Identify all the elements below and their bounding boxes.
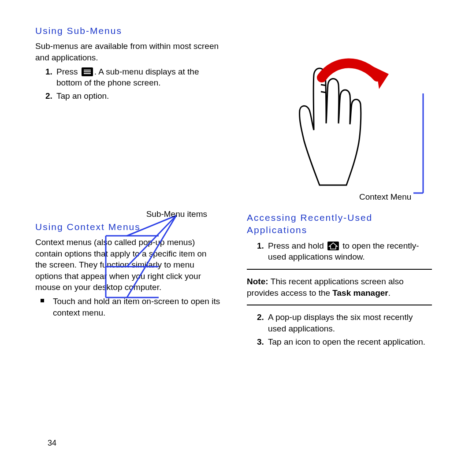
svg-line-1 — [127, 216, 176, 267]
note-tail: . — [388, 288, 390, 298]
recent-steps-b: A pop-up displays the six most recently … — [247, 312, 432, 347]
recent-step-2: A pop-up displays the six most recently … — [266, 312, 432, 334]
recent-step-1a: Press and hold — [268, 241, 326, 250]
note-label: Note: — [247, 277, 271, 286]
figure-context-svg — [247, 53, 432, 203]
submenu-steps: Press . A sub-menu displays at the botto… — [35, 66, 220, 102]
svg-line-4 — [321, 92, 326, 93]
svg-line-3 — [321, 85, 326, 86]
figure-context-label: Context Menu — [359, 192, 411, 202]
recent-steps-a: Press and hold to open the recently-used… — [247, 240, 432, 263]
recent-step-3: Tap an icon to open the recent applicati… — [266, 336, 432, 348]
page-number: 34 — [48, 439, 56, 448]
recent-step-1: Press and hold to open the recently-used… — [266, 240, 432, 263]
heading-using-sub-menus: Using Sub-Menus — [35, 25, 220, 37]
figure-submenu-label: Sub-Menu items — [146, 209, 207, 219]
manual-page: Using Sub-Menus Sub-menus are available … — [0, 0, 476, 476]
figure-submenu: Sub-Menu items — [75, 209, 207, 320]
task-manager-label: Task manager — [332, 288, 388, 298]
submenus-intro: Sub-menus are available from within most… — [35, 41, 220, 63]
right-column: Accessing Recently-Used Applications Pre… — [247, 212, 432, 352]
figure-context: Context Menu — [247, 53, 432, 203]
note-rule-top — [247, 269, 432, 270]
menu-key-icon — [82, 67, 93, 76]
figure-submenu-svg — [75, 209, 207, 320]
submenu-step-1a: Press — [56, 67, 80, 76]
svg-line-2 — [127, 216, 176, 298]
note-block: Note: This recent applications screen al… — [247, 276, 432, 298]
submenu-step-1: Press . A sub-menu displays at the botto… — [55, 66, 220, 89]
note-rule-bottom — [247, 305, 432, 305]
heading-recent-apps: Accessing Recently-Used Applications — [247, 212, 432, 237]
home-key-icon — [327, 242, 339, 250]
submenu-step-2: Tap an option. — [55, 90, 220, 102]
